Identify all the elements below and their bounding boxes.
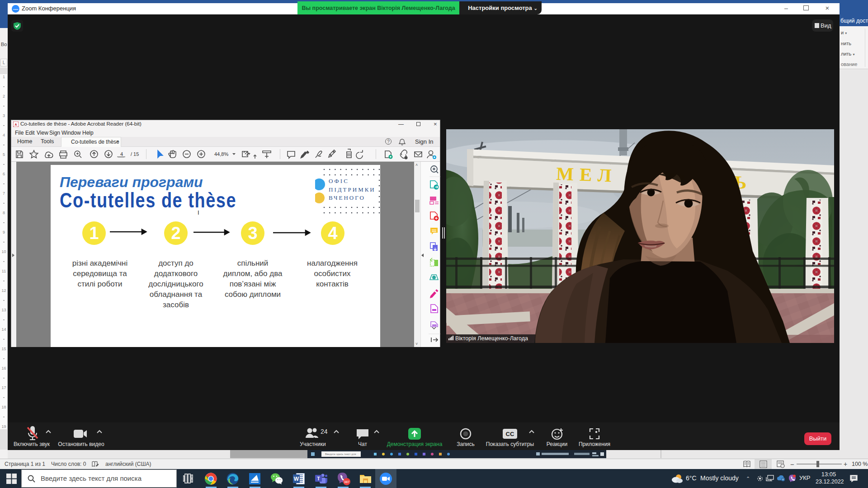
svg-text:4: 4 — [3, 133, 5, 137]
svg-text:3: 3 — [248, 224, 257, 243]
svg-text:17: 17 — [1, 385, 6, 390]
svg-text:6: 6 — [3, 172, 5, 176]
svg-text:T: T — [317, 476, 320, 481]
svg-text:15: 15 — [1, 347, 6, 351]
svg-text:10: 10 — [1, 249, 6, 254]
svg-text:14: 14 — [1, 327, 6, 332]
svg-text:387: 387 — [344, 480, 350, 484]
svg-text:W: W — [294, 476, 299, 482]
svg-text:4: 4 — [120, 151, 123, 157]
svg-text:A: A — [14, 123, 17, 126]
svg-text:4: 4 — [328, 224, 337, 243]
svg-text:1: 1 — [3, 75, 5, 79]
svg-text:11: 11 — [2, 269, 6, 273]
svg-text:/ 15: / 15 — [131, 151, 139, 157]
svg-text:ВЧЕНОГО: ВЧЕНОГО — [329, 194, 365, 201]
svg-text:19: 19 — [1, 424, 6, 429]
svg-text:ПІДТРИМКИ: ПІДТРИМКИ — [329, 186, 376, 193]
svg-text:2: 2 — [171, 224, 180, 243]
svg-text:16: 16 — [1, 366, 6, 371]
svg-text:8: 8 — [3, 211, 5, 215]
svg-text:1: 1 — [89, 224, 99, 243]
svg-text:2: 2 — [3, 94, 5, 99]
svg-text:ОФІС: ОФІС — [329, 178, 349, 184]
svg-text:7: 7 — [3, 191, 5, 196]
svg-text:CC: CC — [506, 431, 514, 437]
svg-text:9: 9 — [3, 230, 5, 235]
svg-text:3: 3 — [3, 113, 5, 118]
svg-text:44,8%: 44,8% — [214, 151, 228, 157]
svg-text:18: 18 — [1, 405, 6, 409]
svg-text:zoom: zoom — [13, 8, 18, 10]
svg-text:5: 5 — [3, 152, 5, 157]
svg-text:12: 12 — [1, 288, 6, 293]
svg-text:13: 13 — [1, 308, 6, 312]
